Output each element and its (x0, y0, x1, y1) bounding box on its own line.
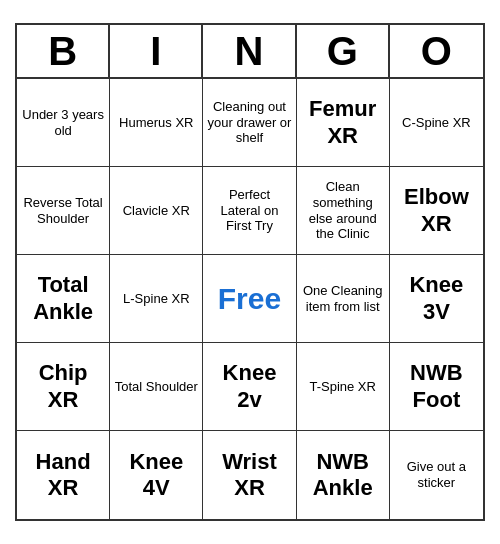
bingo-cell-10: Total Ankle (17, 255, 110, 343)
bingo-cell-16: Total Shoulder (110, 343, 203, 431)
bingo-cell-20: Hand XR (17, 431, 110, 519)
bingo-cell-11: L-Spine XR (110, 255, 203, 343)
bingo-grid: Under 3 years oldHumerus XRCleaning out … (17, 79, 483, 519)
header-letter-o: O (390, 25, 483, 77)
bingo-header: BINGO (17, 25, 483, 79)
header-letter-i: I (110, 25, 203, 77)
bingo-cell-22: Wrist XR (203, 431, 296, 519)
bingo-cell-18: T-Spine XR (297, 343, 390, 431)
bingo-cell-5: Reverse Total Shoulder (17, 167, 110, 255)
bingo-cell-13: One Cleaning item from list (297, 255, 390, 343)
header-letter-g: G (297, 25, 390, 77)
bingo-cell-8: Clean something else around the Clinic (297, 167, 390, 255)
bingo-cell-14: Knee 3V (390, 255, 483, 343)
bingo-cell-21: Knee 4V (110, 431, 203, 519)
bingo-cell-15: Chip XR (17, 343, 110, 431)
bingo-card: BINGO Under 3 years oldHumerus XRCleanin… (15, 23, 485, 521)
bingo-cell-4: C-Spine XR (390, 79, 483, 167)
bingo-cell-17: Knee 2v (203, 343, 296, 431)
header-letter-n: N (203, 25, 296, 77)
bingo-cell-1: Humerus XR (110, 79, 203, 167)
bingo-cell-7: Perfect Lateral on First Try (203, 167, 296, 255)
bingo-cell-23: NWB Ankle (297, 431, 390, 519)
header-letter-b: B (17, 25, 110, 77)
bingo-cell-3: Femur XR (297, 79, 390, 167)
bingo-cell-24: Give out a sticker (390, 431, 483, 519)
bingo-cell-0: Under 3 years old (17, 79, 110, 167)
bingo-cell-6: Clavicle XR (110, 167, 203, 255)
bingo-cell-9: Elbow XR (390, 167, 483, 255)
bingo-cell-2: Cleaning out your drawer or shelf (203, 79, 296, 167)
bingo-cell-19: NWB Foot (390, 343, 483, 431)
bingo-cell-12: Free (203, 255, 296, 343)
